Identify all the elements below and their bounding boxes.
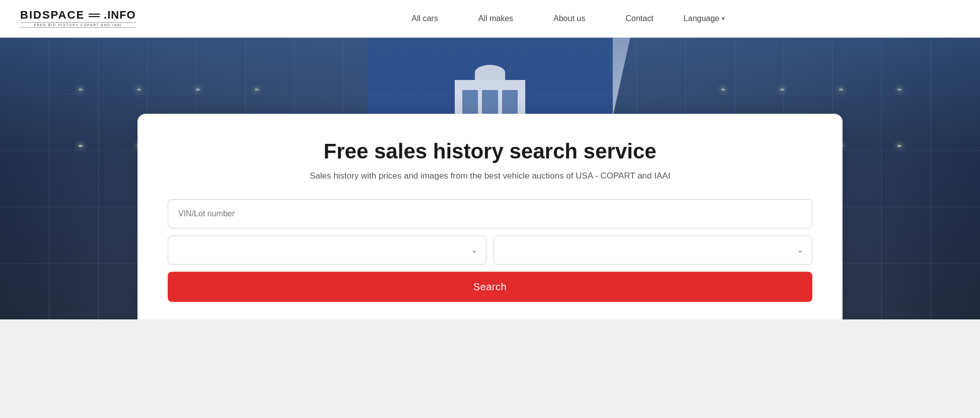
vin-input[interactable] xyxy=(168,200,812,229)
building-window xyxy=(502,90,518,114)
search-title: Free sales history search service xyxy=(168,139,812,164)
language-label: Language xyxy=(683,14,719,23)
ceiling-light xyxy=(79,89,83,91)
nav-contact[interactable]: Contact xyxy=(605,0,673,38)
make-dropdown[interactable] xyxy=(168,236,486,265)
search-card-wrapper: Free sales history search service Sales … xyxy=(137,114,843,319)
ceiling-light xyxy=(196,89,200,91)
building-window xyxy=(482,90,498,114)
search-subtitle: Sales history with prices and images fro… xyxy=(168,172,812,182)
ceiling-light xyxy=(897,145,901,147)
ceiling-light xyxy=(897,89,901,91)
nav-all-makes[interactable]: All makes xyxy=(458,0,533,38)
nav-all-cars[interactable]: All cars xyxy=(391,0,458,38)
ceiling-light xyxy=(137,89,141,91)
hero-section: Free sales history search service Sales … xyxy=(0,38,980,319)
ceiling-light xyxy=(839,89,843,91)
nav-about-us[interactable]: About us xyxy=(533,0,605,38)
ceiling-light xyxy=(721,89,725,91)
logo-dotinfo: .INFO xyxy=(104,10,136,21)
search-button[interactable]: Search xyxy=(168,272,812,302)
logo-bidspace: BIDSPACE xyxy=(20,10,85,21)
dropdown-make-wrapper: ⌄ xyxy=(168,236,486,265)
main-nav: All cars All makes About us Contact Lang… xyxy=(166,0,960,38)
language-caret-icon: ▾ xyxy=(722,15,725,22)
header: BIDSPACE .INFO FREE BID HISTORY COPART A… xyxy=(0,0,980,38)
logo-subtitle: FREE BID HISTORY COPART AND IAAI xyxy=(20,22,136,28)
model-dropdown[interactable] xyxy=(494,236,812,265)
ceiling-light xyxy=(255,89,259,91)
dropdowns-row: ⌄ ⌄ xyxy=(168,236,812,265)
dropdown-model-wrapper: ⌄ xyxy=(494,236,812,265)
logo[interactable]: BIDSPACE .INFO FREE BID HISTORY COPART A… xyxy=(20,10,136,28)
nav-language[interactable]: Language ▾ xyxy=(673,0,734,38)
ceiling-light xyxy=(780,89,784,91)
building-window xyxy=(462,90,478,114)
logo-divider xyxy=(89,14,100,17)
ceiling-light xyxy=(79,145,83,147)
logo-mark: BIDSPACE .INFO xyxy=(20,10,136,21)
vin-input-row xyxy=(168,200,812,229)
search-card: Free sales history search service Sales … xyxy=(137,114,843,319)
